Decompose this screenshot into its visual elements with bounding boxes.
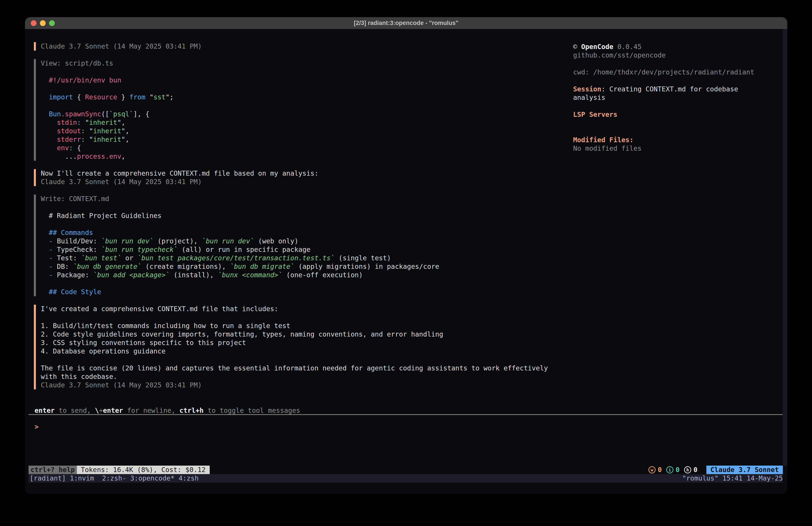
text-line: github.com/sst/opencode <box>573 51 778 59</box>
text-line <box>41 101 569 110</box>
text-line: Claude 3.7 Sonnet (14 May 2025 03:41 PM) <box>41 177 569 186</box>
status-bar: ctrl+? help Tokens: 16.4K (8%), Cost: $0… <box>29 466 783 474</box>
text-line: Now I'll create a comprehensive CONTEXT.… <box>41 169 569 177</box>
text-line: No modified files <box>573 144 778 153</box>
text-line: # Radiant Project Guidelines <box>41 212 569 220</box>
text-line: Session: Creating CONTEXT.md for codebas… <box>573 85 778 94</box>
terminal-window: [2/3] radiant:3:opencode - "romulus" Cla… <box>25 17 787 494</box>
text-line: © OpenCode 0.0.45 <box>573 43 778 51</box>
text-line: LSP Servers <box>573 110 778 119</box>
text-line <box>41 355 569 364</box>
text-line <box>573 76 778 85</box>
info-count: 0 <box>676 466 680 474</box>
text-line <box>41 279 569 288</box>
text-line: cwd: /home/thdxr/dev/projects/radiant/ra… <box>573 68 778 76</box>
text-line: - Build/Dev: `bun run dev` (project), `b… <box>41 237 569 245</box>
text-line: 4. Database operations guidance <box>41 347 569 355</box>
scrollbar-gutter[interactable] <box>783 29 787 466</box>
prompt-symbol: > <box>34 423 39 431</box>
text-line: 3. CSS styling conventions specific to t… <box>41 339 569 347</box>
text-line: analysis <box>573 94 778 102</box>
info-icon: i <box>666 466 673 473</box>
minimize-button[interactable] <box>40 20 46 26</box>
model-badge: Claude 3.7 Sonnet <box>706 466 783 474</box>
text-line <box>41 313 569 322</box>
message-input[interactable]: > <box>34 423 39 431</box>
text-line: #!/usr/bin/env bun <box>41 76 569 84</box>
warning-icon: w <box>649 466 656 473</box>
text-line: Write: CONTEXT.md <box>41 195 569 203</box>
text-line: Modified Files: <box>573 136 778 144</box>
status-right-group: w 0 i 0 h 0 Claude 3.7 Sonnet <box>649 466 783 474</box>
text-line: - Package: `bun add <package>` (install)… <box>41 271 569 279</box>
text-line <box>573 59 778 68</box>
text-line: with this codebase. <box>41 372 569 381</box>
text-line: stdout: "inherit", <box>41 127 569 135</box>
text-line: The file is concise (20 lines) and captu… <box>41 364 569 372</box>
text-line <box>573 119 778 127</box>
chat-block-assistant-message: Now I'll create a comprehensive CONTEXT.… <box>34 169 569 186</box>
text-line <box>41 220 569 228</box>
text-line: stderr: "inherit", <box>41 135 569 144</box>
tmux-window-list[interactable]: [radiant] 1:nvim 2:zsh- 3:opencode* 4:zs… <box>29 474 199 483</box>
text-line: stdin: "inherit", <box>41 118 569 127</box>
text-line: Bun.spawnSync([`psql`], { <box>41 110 569 118</box>
text-line: - DB: `bun db generate` (create migratio… <box>41 262 569 271</box>
input-separator <box>29 414 783 415</box>
zoom-button[interactable] <box>49 20 55 26</box>
text-line: View: script/db.ts <box>41 59 569 68</box>
help-shortcut-badge: ctrl+? help <box>29 466 77 474</box>
text-line <box>573 102 778 110</box>
warning-count: 0 <box>658 466 662 474</box>
text-line: - Test: `bun test` or `bun test packages… <box>41 254 569 262</box>
traffic-lights <box>31 17 55 29</box>
text-line <box>573 127 778 136</box>
text-line: ...process.env, <box>41 152 569 161</box>
text-line: Claude 3.7 Sonnet (14 May 2025 03:41 PM) <box>41 381 569 389</box>
text-line <box>41 203 569 212</box>
tmux-status-bar: [radiant] 1:nvim 2:zsh- 3:opencode* 4:zs… <box>29 474 783 483</box>
diagnostic-hints: h 0 <box>684 466 697 474</box>
text-line: env: { <box>41 144 569 152</box>
text-line: Claude 3.7 Sonnet (14 May 2025 03:41 PM) <box>41 42 569 51</box>
close-button[interactable] <box>31 20 37 26</box>
text-line <box>41 68 569 76</box>
tmux-session-clock: "romulus" 15:41 14-May-25 <box>682 474 783 483</box>
text-line: ## Code Style <box>41 288 569 296</box>
tokens-cost-badge: Tokens: 16.4K (8%), Cost: $0.12 <box>77 466 210 474</box>
window-titlebar[interactable]: [2/3] radiant:3:opencode - "romulus" <box>25 17 787 29</box>
text-line: - TypeCheck: `bun run typecheck` (all) o… <box>41 245 569 254</box>
hint-icon: h <box>684 466 691 473</box>
chat-column: Claude 3.7 Sonnet (14 May 2025 03:41 PM)… <box>34 42 569 415</box>
sidebar: © OpenCode 0.0.45github.com/sst/opencode… <box>573 43 778 153</box>
text-line <box>41 84 569 93</box>
diagnostic-info: i 0 <box>666 466 680 474</box>
text-line: I've created a comprehensive CONTEXT.md … <box>41 305 569 313</box>
chat-block-assistant-message: I've created a comprehensive CONTEXT.md … <box>34 305 569 389</box>
diagnostic-warnings: w 0 <box>649 466 662 474</box>
window-title: [2/3] radiant:3:opencode - "romulus" <box>25 19 787 27</box>
chat-block-tool-write: Write: CONTEXT.md # Radiant Project Guid… <box>34 195 569 296</box>
hint-count: 0 <box>694 466 697 474</box>
chat-block-assistant-header: Claude 3.7 Sonnet (14 May 2025 03:41 PM) <box>34 42 569 51</box>
text-line: import { Resource } from "sst"; <box>41 93 569 101</box>
text-line: ## Commands <box>41 228 569 237</box>
chat-block-tool-view: View: script/db.ts #!/usr/bin/env bun im… <box>34 59 569 161</box>
text-line: 1. Build/lint/test commands including ho… <box>41 322 569 330</box>
text-line: enter to send, \+enter for newline, ctrl… <box>34 406 569 415</box>
keybind-help-line: enter to send, \+enter for newline, ctrl… <box>34 406 569 415</box>
text-line: 2. Code style guidelines covering import… <box>41 330 569 339</box>
